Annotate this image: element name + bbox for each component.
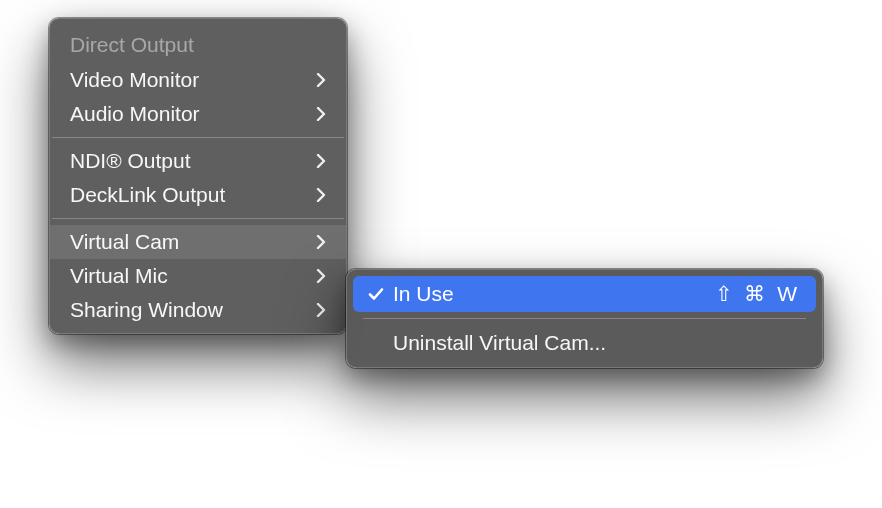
menu-item-label: NDI® Output bbox=[70, 149, 191, 173]
menu-section-header: Direct Output bbox=[50, 25, 346, 63]
chevron-right-icon bbox=[314, 154, 328, 168]
direct-output-menu: Direct Output Video Monitor Audio Monito… bbox=[49, 18, 347, 334]
chevron-right-icon bbox=[314, 73, 328, 87]
menu-item-label: Video Monitor bbox=[70, 68, 199, 92]
menu-item-virtual-cam[interactable]: Virtual Cam bbox=[50, 225, 346, 259]
menu-item-label: Audio Monitor bbox=[70, 102, 200, 126]
menu-separator bbox=[52, 218, 344, 219]
menu-item-sharing-window[interactable]: Sharing Window bbox=[50, 293, 346, 327]
submenu-item-uninstall-virtual-cam[interactable]: Uninstall Virtual Cam... bbox=[353, 325, 816, 361]
chevron-right-icon bbox=[314, 269, 328, 283]
menu-item-label: Virtual Cam bbox=[70, 230, 179, 254]
menu-item-label: Sharing Window bbox=[70, 298, 223, 322]
menu-item-video-monitor[interactable]: Video Monitor bbox=[50, 63, 346, 97]
chevron-right-icon bbox=[314, 235, 328, 249]
menu-separator bbox=[52, 137, 344, 138]
submenu-separator bbox=[363, 318, 806, 319]
menu-item-ndi-output[interactable]: NDI® Output bbox=[50, 144, 346, 178]
menu-item-decklink-output[interactable]: DeckLink Output bbox=[50, 178, 346, 212]
chevron-right-icon bbox=[314, 107, 328, 121]
chevron-right-icon bbox=[314, 303, 328, 317]
virtual-cam-submenu: In Use ⇧ ⌘ W Uninstall Virtual Cam... bbox=[346, 269, 823, 368]
submenu-item-label: In Use bbox=[393, 282, 715, 306]
checkmark-icon bbox=[367, 285, 393, 303]
menu-item-label: DeckLink Output bbox=[70, 183, 225, 207]
submenu-item-label: Uninstall Virtual Cam... bbox=[393, 331, 800, 355]
submenu-item-in-use[interactable]: In Use ⇧ ⌘ W bbox=[353, 276, 816, 312]
menu-item-label: Virtual Mic bbox=[70, 264, 168, 288]
menu-item-virtual-mic[interactable]: Virtual Mic bbox=[50, 259, 346, 293]
keyboard-shortcut: ⇧ ⌘ W bbox=[715, 282, 801, 306]
chevron-right-icon bbox=[314, 188, 328, 202]
menu-item-audio-monitor[interactable]: Audio Monitor bbox=[50, 97, 346, 131]
